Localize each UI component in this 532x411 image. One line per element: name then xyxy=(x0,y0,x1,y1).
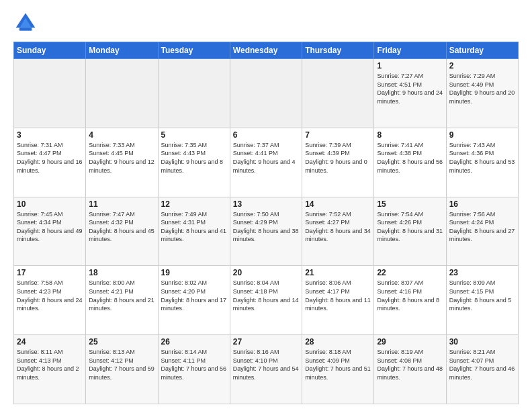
calendar-cell: 30Sunrise: 8:21 AM Sunset: 4:07 PM Dayli… xyxy=(446,335,518,404)
cell-date: 18 xyxy=(89,268,154,277)
cell-info: Sunrise: 8:06 AM Sunset: 4:17 PM Dayligh… xyxy=(305,279,371,312)
page: SundayMondayTuesdayWednesdayThursdayFrid… xyxy=(0,0,532,411)
cell-date: 14 xyxy=(305,199,371,209)
cell-date: 19 xyxy=(161,268,227,277)
week-row-3: 10Sunrise: 7:45 AM Sunset: 4:34 PM Dayli… xyxy=(14,197,519,266)
cell-date: 22 xyxy=(377,268,443,277)
cell-date: 27 xyxy=(233,337,299,347)
cell-date: 12 xyxy=(161,199,227,209)
cell-date: 17 xyxy=(17,268,83,277)
cell-info: Sunrise: 8:19 AM Sunset: 4:08 PM Dayligh… xyxy=(377,348,443,381)
cell-date: 30 xyxy=(449,337,515,347)
day-header-tuesday: Tuesday xyxy=(158,42,230,59)
calendar-cell: 6Sunrise: 7:37 AM Sunset: 4:41 PM Daylig… xyxy=(230,128,302,197)
calendar-cell: 17Sunrise: 7:58 AM Sunset: 4:23 PM Dayli… xyxy=(14,266,86,335)
cell-info: Sunrise: 7:29 AM Sunset: 4:49 PM Dayligh… xyxy=(449,72,515,105)
cell-info: Sunrise: 7:50 AM Sunset: 4:29 PM Dayligh… xyxy=(233,210,299,244)
cell-info: Sunrise: 7:58 AM Sunset: 4:23 PM Dayligh… xyxy=(17,279,83,312)
calendar-cell: 2Sunrise: 7:29 AM Sunset: 4:49 PM Daylig… xyxy=(446,59,518,128)
week-row-2: 3Sunrise: 7:31 AM Sunset: 4:47 PM Daylig… xyxy=(14,128,519,197)
cell-date: 11 xyxy=(89,199,154,209)
cell-date: 15 xyxy=(377,199,443,209)
cell-date: 21 xyxy=(305,268,371,277)
cell-info: Sunrise: 8:21 AM Sunset: 4:07 PM Dayligh… xyxy=(449,348,515,381)
cell-date: 2 xyxy=(449,61,515,71)
calendar-cell: 28Sunrise: 8:18 AM Sunset: 4:09 PM Dayli… xyxy=(302,335,374,404)
svg-rect-2 xyxy=(19,28,32,31)
day-header-saturday: Saturday xyxy=(446,42,518,59)
cell-info: Sunrise: 8:13 AM Sunset: 4:12 PM Dayligh… xyxy=(89,348,154,381)
calendar-cell: 9Sunrise: 7:43 AM Sunset: 4:36 PM Daylig… xyxy=(446,128,518,197)
calendar-cell: 12Sunrise: 7:49 AM Sunset: 4:31 PM Dayli… xyxy=(158,197,230,266)
cell-info: Sunrise: 8:00 AM Sunset: 4:21 PM Dayligh… xyxy=(89,279,154,312)
cell-date: 6 xyxy=(233,130,299,140)
week-row-5: 24Sunrise: 8:11 AM Sunset: 4:13 PM Dayli… xyxy=(14,335,519,404)
cell-info: Sunrise: 8:11 AM Sunset: 4:13 PM Dayligh… xyxy=(17,348,83,381)
cell-date: 5 xyxy=(161,130,227,140)
calendar-cell xyxy=(158,59,230,128)
cell-date: 4 xyxy=(89,130,154,140)
calendar-header: SundayMondayTuesdayWednesdayThursdayFrid… xyxy=(14,42,519,59)
calendar-cell: 8Sunrise: 7:41 AM Sunset: 4:38 PM Daylig… xyxy=(374,128,446,197)
cell-info: Sunrise: 7:56 AM Sunset: 4:24 PM Dayligh… xyxy=(449,210,515,244)
week-row-1: 1Sunrise: 7:27 AM Sunset: 4:51 PM Daylig… xyxy=(14,59,519,128)
calendar-cell xyxy=(14,59,86,128)
calendar-cell: 24Sunrise: 8:11 AM Sunset: 4:13 PM Dayli… xyxy=(14,335,86,404)
cell-info: Sunrise: 7:54 AM Sunset: 4:26 PM Dayligh… xyxy=(377,210,443,244)
calendar-cell: 16Sunrise: 7:56 AM Sunset: 4:24 PM Dayli… xyxy=(446,197,518,266)
calendar-cell: 29Sunrise: 8:19 AM Sunset: 4:08 PM Dayli… xyxy=(374,335,446,404)
calendar-cell: 25Sunrise: 8:13 AM Sunset: 4:12 PM Dayli… xyxy=(86,335,158,404)
cell-info: Sunrise: 7:41 AM Sunset: 4:38 PM Dayligh… xyxy=(377,141,443,175)
calendar-cell xyxy=(86,59,158,128)
calendar-cell xyxy=(302,59,374,128)
calendar-table: SundayMondayTuesdayWednesdayThursdayFrid… xyxy=(13,42,519,404)
cell-date: 24 xyxy=(17,337,83,347)
calendar-cell: 26Sunrise: 8:14 AM Sunset: 4:11 PM Dayli… xyxy=(158,335,230,404)
cell-date: 26 xyxy=(161,337,227,347)
calendar-cell xyxy=(230,59,302,128)
calendar-cell: 21Sunrise: 8:06 AM Sunset: 4:17 PM Dayli… xyxy=(302,266,374,335)
header-row: SundayMondayTuesdayWednesdayThursdayFrid… xyxy=(14,42,519,59)
cell-info: Sunrise: 8:16 AM Sunset: 4:10 PM Dayligh… xyxy=(233,348,299,381)
calendar-cell: 11Sunrise: 7:47 AM Sunset: 4:32 PM Dayli… xyxy=(86,197,158,266)
cell-info: Sunrise: 8:14 AM Sunset: 4:11 PM Dayligh… xyxy=(161,348,227,381)
cell-date: 20 xyxy=(233,268,299,277)
cell-info: Sunrise: 7:33 AM Sunset: 4:45 PM Dayligh… xyxy=(89,141,154,175)
cell-info: Sunrise: 7:52 AM Sunset: 4:27 PM Dayligh… xyxy=(305,210,371,244)
day-header-monday: Monday xyxy=(86,42,158,59)
cell-info: Sunrise: 8:09 AM Sunset: 4:15 PM Dayligh… xyxy=(449,279,515,312)
calendar-cell: 3Sunrise: 7:31 AM Sunset: 4:47 PM Daylig… xyxy=(14,128,86,197)
calendar-cell: 5Sunrise: 7:35 AM Sunset: 4:43 PM Daylig… xyxy=(158,128,230,197)
cell-date: 3 xyxy=(17,130,83,140)
cell-info: Sunrise: 7:45 AM Sunset: 4:34 PM Dayligh… xyxy=(17,210,83,244)
calendar-cell: 7Sunrise: 7:39 AM Sunset: 4:39 PM Daylig… xyxy=(302,128,374,197)
calendar-cell: 1Sunrise: 7:27 AM Sunset: 4:51 PM Daylig… xyxy=(374,59,446,128)
cell-info: Sunrise: 8:02 AM Sunset: 4:20 PM Dayligh… xyxy=(161,279,227,312)
calendar-cell: 18Sunrise: 8:00 AM Sunset: 4:21 PM Dayli… xyxy=(86,266,158,335)
calendar-cell: 13Sunrise: 7:50 AM Sunset: 4:29 PM Dayli… xyxy=(230,197,302,266)
cell-date: 28 xyxy=(305,337,371,347)
cell-date: 1 xyxy=(377,61,443,71)
calendar-body: 1Sunrise: 7:27 AM Sunset: 4:51 PM Daylig… xyxy=(14,59,519,404)
cell-info: Sunrise: 7:39 AM Sunset: 4:39 PM Dayligh… xyxy=(305,141,371,175)
cell-info: Sunrise: 7:47 AM Sunset: 4:32 PM Dayligh… xyxy=(89,210,154,244)
day-header-thursday: Thursday xyxy=(302,42,374,59)
cell-info: Sunrise: 8:04 AM Sunset: 4:18 PM Dayligh… xyxy=(233,279,299,312)
header xyxy=(13,11,519,35)
cell-info: Sunrise: 7:43 AM Sunset: 4:36 PM Dayligh… xyxy=(449,141,515,175)
cell-date: 29 xyxy=(377,337,443,347)
cell-date: 7 xyxy=(305,130,371,140)
day-header-friday: Friday xyxy=(374,42,446,59)
calendar-cell: 20Sunrise: 8:04 AM Sunset: 4:18 PM Dayli… xyxy=(230,266,302,335)
cell-info: Sunrise: 7:35 AM Sunset: 4:43 PM Dayligh… xyxy=(161,141,227,175)
calendar-cell: 4Sunrise: 7:33 AM Sunset: 4:45 PM Daylig… xyxy=(86,128,158,197)
cell-info: Sunrise: 8:07 AM Sunset: 4:16 PM Dayligh… xyxy=(377,279,443,312)
cell-date: 13 xyxy=(233,199,299,209)
cell-date: 8 xyxy=(377,130,443,140)
cell-info: Sunrise: 8:18 AM Sunset: 4:09 PM Dayligh… xyxy=(305,348,371,381)
cell-date: 10 xyxy=(17,199,83,209)
cell-info: Sunrise: 7:31 AM Sunset: 4:47 PM Dayligh… xyxy=(17,141,83,175)
day-header-sunday: Sunday xyxy=(14,42,86,59)
calendar-cell: 15Sunrise: 7:54 AM Sunset: 4:26 PM Dayli… xyxy=(374,197,446,266)
logo-icon xyxy=(13,11,38,35)
